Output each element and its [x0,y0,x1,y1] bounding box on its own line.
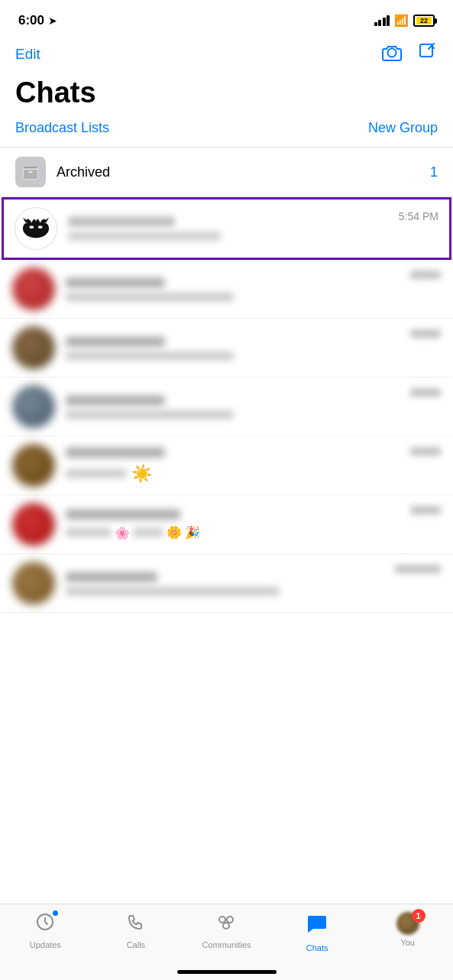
row-message [66,528,112,537]
new-group-link[interactable]: New Group [368,120,438,136]
archived-label: Archived [57,164,430,180]
tab-chats[interactable]: Chats [272,912,363,952]
chat-row[interactable] [0,378,453,436]
emoji-2: 🌼 [167,525,182,540]
compose-icon[interactable] [418,42,438,67]
chat-info [68,216,438,241]
battery-icon: 22 [413,15,435,27]
row-time [410,329,441,338]
row-name [66,336,165,347]
row-name [66,572,157,582]
row-name [66,509,180,520]
avatar [12,562,55,605]
row-message [66,352,234,360]
avatar [12,444,55,487]
chat-time: 5:54 PM [399,210,438,222]
highlighted-chat-row[interactable]: 5:54 PM [2,197,451,260]
row-time [410,271,441,279]
svg-point-4 [29,226,34,229]
row-content [66,572,441,595]
updates-dot [53,910,58,916]
avatar [12,503,55,546]
home-indicator [177,970,277,974]
row-message-2 [133,528,163,537]
chat-row[interactable] [0,554,453,613]
page-title: Chats [0,73,453,117]
chat-name [68,216,175,227]
you-badge: 1 [412,909,425,923]
avatar [12,268,55,310]
archived-row[interactable]: Archived 1 [0,148,453,197]
location-icon: ➤ [48,15,57,27]
row-message [66,293,234,301]
row-time [410,447,441,456]
chat-message [68,232,221,241]
tab-communities[interactable]: Communities [181,912,272,949]
broadcast-lists-link[interactable]: Broadcast Lists [15,120,109,136]
svg-point-8 [227,917,233,923]
row-time [410,506,441,514]
chat-row[interactable]: 🌸 🌼 🎉 [0,495,453,554]
tab-updates[interactable]: Updates [0,912,91,949]
row-content [66,336,441,360]
batman-avatar [15,207,57,250]
tab-communities-label: Communities [202,940,251,949]
row-content [66,395,441,419]
camera-icon[interactable] [381,41,403,67]
row-message [66,410,234,419]
svg-rect-3 [24,169,37,179]
chat-row[interactable]: ☀️ [0,436,453,495]
tab-you-label: You [400,938,415,947]
avatar [12,385,55,428]
archived-icon [15,157,46,187]
row-name [66,277,165,288]
signal-icon [374,15,390,26]
status-icons: 📶 22 [374,14,435,28]
emoji: ☀️ [131,464,152,484]
status-bar: 6:00 ➤ 📶 22 [0,0,453,38]
status-time: 6:00 [18,13,44,28]
tab-calls-label: Calls [127,940,145,949]
header-icon-group [381,41,438,67]
chat-list: ☀️ 🌸 🌼 🎉 [0,260,453,613]
row-time [410,388,441,397]
communities-icon [215,912,238,937]
tab-chats-label: Chats [306,943,328,952]
header-actions: Edit [0,38,453,73]
sub-actions: Broadcast Lists New Group [0,117,453,147]
row-message [66,469,127,478]
tab-bar: Updates Calls Communities Chats [0,904,453,980]
row-content [66,277,441,301]
row-content: 🌸 🌼 🎉 [66,509,441,540]
calls-icon [126,912,146,937]
tab-updates-label: Updates [30,940,61,949]
svg-point-7 [219,917,225,923]
svg-point-0 [388,49,396,57]
you-icon: 1 [396,912,419,935]
batman-icon [21,217,50,240]
chat-row[interactable] [0,319,453,378]
row-name [66,395,165,406]
row-name [66,447,165,458]
svg-point-9 [223,923,229,929]
row-message [66,587,280,595]
tab-calls[interactable]: Calls [91,912,182,949]
emoji: 🌸 [115,526,130,540]
chats-icon [306,912,328,940]
updates-icon [35,912,55,937]
edit-button[interactable]: Edit [15,46,40,63]
archived-count: 1 [430,164,438,180]
chat-row[interactable] [0,260,453,319]
wifi-icon: 📶 [394,14,409,28]
tab-you[interactable]: 1 You [362,912,453,947]
row-time [395,565,441,573]
emoji-3: 🎉 [185,525,200,540]
avatar [12,326,55,369]
row-content: ☀️ [66,447,441,484]
svg-point-5 [38,226,43,229]
